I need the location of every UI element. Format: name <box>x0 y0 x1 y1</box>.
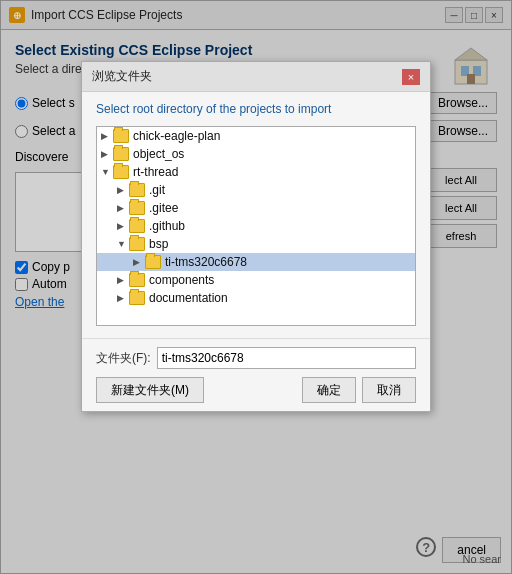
tree-item-label: ti-tms320c6678 <box>165 255 247 269</box>
dialog-footer: 文件夹(F): 新建文件夹(M) 确定 取消 <box>82 338 430 411</box>
tree-chevron-icon[interactable]: ▼ <box>101 167 113 177</box>
file-tree[interactable]: ▶chick-eagle-plan▶object_os▼rt-thread▶.g… <box>96 126 416 326</box>
tree-item-label: documentation <box>149 291 228 305</box>
tree-item-label: bsp <box>149 237 168 251</box>
folder-icon <box>113 147 129 161</box>
folder-input[interactable] <box>157 347 416 369</box>
tree-item-label: chick-eagle-plan <box>133 129 220 143</box>
tree-chevron-icon[interactable]: ▶ <box>117 275 129 285</box>
tree-chevron-icon[interactable]: ▶ <box>117 293 129 303</box>
tree-item[interactable]: ▶.gitee <box>97 199 415 217</box>
tree-chevron-icon[interactable]: ▼ <box>117 239 129 249</box>
tree-chevron-icon[interactable]: ▶ <box>101 149 113 159</box>
browse-dialog: 浏览文件夹 × Select root directory of the pro… <box>81 61 431 412</box>
tree-chevron-icon[interactable]: ▶ <box>117 185 129 195</box>
tree-item[interactable]: ▶components <box>97 271 415 289</box>
tree-item-label: .git <box>149 183 165 197</box>
dialog-content: Select root directory of the projects to… <box>82 92 430 336</box>
ok-cancel-group: 确定 取消 <box>302 377 416 403</box>
main-window: ⊕ Import CCS Eclipse Projects ─ □ × Sele… <box>0 0 512 574</box>
tree-chevron-icon[interactable]: ▶ <box>101 131 113 141</box>
tree-item[interactable]: ▶object_os <box>97 145 415 163</box>
folder-row: 文件夹(F): <box>96 347 416 369</box>
folder-icon <box>129 273 145 287</box>
folder-icon <box>129 183 145 197</box>
ok-button[interactable]: 确定 <box>302 377 356 403</box>
dialog-description: Select root directory of the projects to… <box>96 102 416 116</box>
dialog-buttons: 新建文件夹(M) 确定 取消 <box>96 377 416 403</box>
folder-icon <box>129 291 145 305</box>
tree-item-label: .github <box>149 219 185 233</box>
tree-item-label: rt-thread <box>133 165 178 179</box>
tree-item-label: object_os <box>133 147 184 161</box>
tree-item-label: components <box>149 273 214 287</box>
tree-item[interactable]: ▼rt-thread <box>97 163 415 181</box>
tree-chevron-icon[interactable]: ▶ <box>117 221 129 231</box>
dialog-title: 浏览文件夹 <box>92 68 152 85</box>
tree-item[interactable]: ▶documentation <box>97 289 415 307</box>
folder-icon <box>113 129 129 143</box>
folder-icon <box>129 201 145 215</box>
folder-icon <box>113 165 129 179</box>
dialog-close-button[interactable]: × <box>402 69 420 85</box>
tree-chevron-icon[interactable]: ▶ <box>133 257 145 267</box>
folder-icon <box>145 255 161 269</box>
new-folder-button[interactable]: 新建文件夹(M) <box>96 377 204 403</box>
dialog-cancel-button[interactable]: 取消 <box>362 377 416 403</box>
tree-item[interactable]: ▶.git <box>97 181 415 199</box>
tree-chevron-icon[interactable]: ▶ <box>117 203 129 213</box>
dialog-title-bar: 浏览文件夹 × <box>82 62 430 92</box>
tree-item[interactable]: ▶chick-eagle-plan <box>97 127 415 145</box>
folder-label: 文件夹(F): <box>96 350 151 367</box>
dialog-overlay: 浏览文件夹 × Select root directory of the pro… <box>1 1 511 573</box>
folder-icon <box>129 237 145 251</box>
tree-item[interactable]: ▼bsp <box>97 235 415 253</box>
tree-item[interactable]: ▶.github <box>97 217 415 235</box>
tree-item-label: .gitee <box>149 201 178 215</box>
folder-icon <box>129 219 145 233</box>
tree-item[interactable]: ▶ti-tms320c6678 <box>97 253 415 271</box>
